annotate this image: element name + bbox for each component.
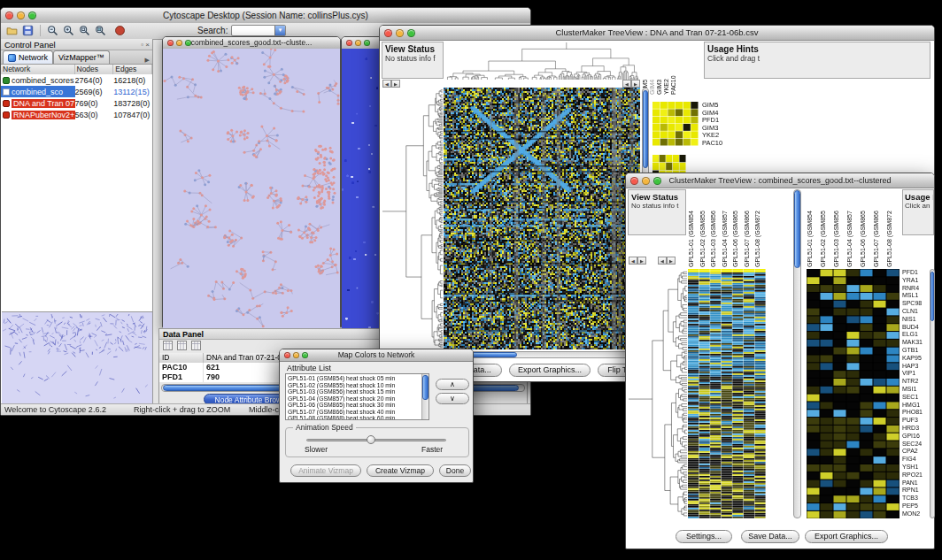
zoom-window-button[interactable] [302,352,308,358]
scroll-right-icon[interactable]: ▶ [631,80,640,88]
network-view-titlebar[interactable]: combined_scores_good.txt--cluste... [163,37,340,50]
zoom-window-button[interactable] [364,40,370,46]
gene-label[interactable]: CPA2 [902,448,929,456]
gene-label[interactable]: NTR2 [902,378,929,386]
gene-label[interactable]: BUD4 [902,324,929,332]
gene-label[interactable]: GTB1 [902,347,929,355]
move-up-button[interactable]: ∧ [436,379,469,390]
gene-label[interactable]: FIG4 [902,456,929,464]
scroll-right-icon[interactable]: ▶ [667,257,676,265]
dropdown-icon[interactable]: ▼ [274,26,285,35]
gene-label[interactable]: CLN1 [902,308,929,316]
scroll-left-icon[interactable]: ◀ [622,80,631,88]
attribute-select-icon[interactable] [163,341,173,350]
zoom-window-button[interactable] [653,177,661,185]
dialog-titlebar[interactable]: Map Colors to Network [280,349,473,362]
column-header[interactable]: Network [1,65,75,74]
attribute-item[interactable]: GPL51-03 (GSM856) heat shock 15 min [286,388,421,395]
tab-network[interactable]: Network [3,50,53,64]
gene-label[interactable]: SPC98 [902,300,929,308]
attribute-create-icon[interactable] [177,341,187,350]
gene-label[interactable]: HMG1 [902,402,929,410]
scroll-right-icon[interactable]: ▶ [391,80,400,88]
minimize-button[interactable] [17,12,25,19]
speed-slider-track[interactable] [306,439,446,441]
gene-label[interactable]: HAP3 [902,363,929,371]
gene-label[interactable]: RPN1 [902,487,929,495]
speed-slider-thumb[interactable] [367,435,375,444]
scrollbar-thumb[interactable] [794,190,800,268]
red-circle-icon[interactable] [114,25,126,36]
treeview-combined-titlebar[interactable]: ClusterMaker TreeView : combined_scores_… [626,173,934,188]
gene-label[interactable]: TCB3 [902,495,929,502]
scrollbar-thumb[interactable] [930,272,934,321]
attribute-item[interactable]: GPL51-08 (GSM868) heat shock 60 min [286,415,421,420]
treeview-dna-titlebar[interactable]: ClusterMaker TreeView : DNA and Tran 07-… [380,26,934,41]
zoom-in-icon[interactable] [63,25,74,36]
zoom-window-button[interactable] [407,29,415,37]
gene-label[interactable]: VIP1 [902,370,929,378]
table-row[interactable]: RNAPuberNov2+ 563(0) 107847(0) [1,109,152,120]
move-down-button[interactable]: ∨ [436,393,469,404]
gene-label[interactable]: MSL1 [902,292,929,300]
minimize-button[interactable] [396,29,404,37]
gene-label[interactable]: SEC24 [902,441,929,449]
attribute-item[interactable]: GPL51-02 (GSM855) heat shock 10 min [286,382,421,389]
close-button[interactable] [346,40,352,46]
cluster-summary-heatmap[interactable] [652,102,699,146]
zoom-fit-icon[interactable] [95,25,106,36]
table-row-selected[interactable]: combined_sco 2569(6) 13112(15) [1,86,152,97]
gene-label[interactable]: RPO21 [902,472,929,479]
gene-label[interactable]: YSH1 [902,464,929,472]
scroll-right-icon[interactable]: ▶ [637,257,646,265]
open-folder-icon[interactable] [6,25,18,36]
scroll-left-icon[interactable]: ◀ [629,257,637,265]
gene-label[interactable]: PEP5 [902,502,929,510]
row-dendrogram-canvas[interactable] [382,88,444,349]
table-row[interactable]: combined_scores 2764(0) 16218(0) [1,74,152,86]
minimize-button[interactable] [176,40,182,46]
gene-label[interactable]: GIM5 [702,102,737,110]
create-vizmap-button[interactable]: Create Vizmap [367,464,434,477]
gene-label[interactable]: PUF3 [902,417,929,425]
attribute-item[interactable]: GPL51-04 (GSM857) heat shock 20 min [286,395,421,403]
export-graphics-button[interactable]: Export Graphics... [509,364,591,377]
save-icon[interactable] [22,25,34,36]
gene-label[interactable]: PHO81 [902,409,929,417]
minimize-button[interactable] [293,352,299,358]
vertical-scrollbar[interactable] [421,374,429,419]
global-heatmap-canvas[interactable] [688,269,766,518]
table-row[interactable]: DNA and Tran 07 769(0) 183728(0) [1,97,152,109]
close-button[interactable] [284,352,290,358]
gene-label[interactable]: GIM4 [702,110,737,118]
float-panel-icon[interactable]: ▫ [141,41,143,49]
gene-label[interactable]: GIM3 [702,125,737,133]
tab-overflow-icon[interactable]: ▶ [145,57,150,64]
zoom-window-button[interactable] [185,40,191,46]
minimize-button[interactable] [355,40,361,46]
search-input[interactable]: ▼ [231,25,286,36]
gene-label[interactable]: KAP95 [902,355,929,363]
save-data-button[interactable]: Save Data... [741,530,799,543]
scrollbar-thumb[interactable] [422,375,429,400]
column-dendrogram-canvas[interactable] [444,42,640,81]
overview-canvas[interactable] [3,314,151,403]
settings-button[interactable]: Settings... [676,530,732,543]
attribute-item[interactable]: GPL51-06 (GSM865) heat shock 30 min [286,402,421,409]
scroll-left-icon[interactable]: ◀ [658,257,667,265]
export-graphics-button[interactable]: Export Graphics... [805,530,888,543]
gene-label[interactable]: RNR4 [902,285,929,293]
gene-label[interactable]: SEC1 [902,394,929,402]
gene-label[interactable]: PFD1 [702,117,737,125]
gene-label[interactable]: MON2 [902,510,929,518]
attribute-item[interactable]: GPL51-07 (GSM866) heat shock 40 min [286,409,421,416]
close-button[interactable] [630,177,638,185]
close-button[interactable] [167,40,174,46]
attribute-item[interactable]: GPL51-01 (GSM854) heat shock 05 min [286,375,421,382]
gene-label[interactable]: PFD1 [902,269,929,277]
close-button[interactable] [5,12,13,19]
zoom-selected-icon[interactable] [79,25,90,36]
vertical-scrollbar[interactable] [793,189,801,518]
attribute-delete-icon[interactable] [191,341,201,350]
row-dendrogram-canvas[interactable] [628,269,688,518]
